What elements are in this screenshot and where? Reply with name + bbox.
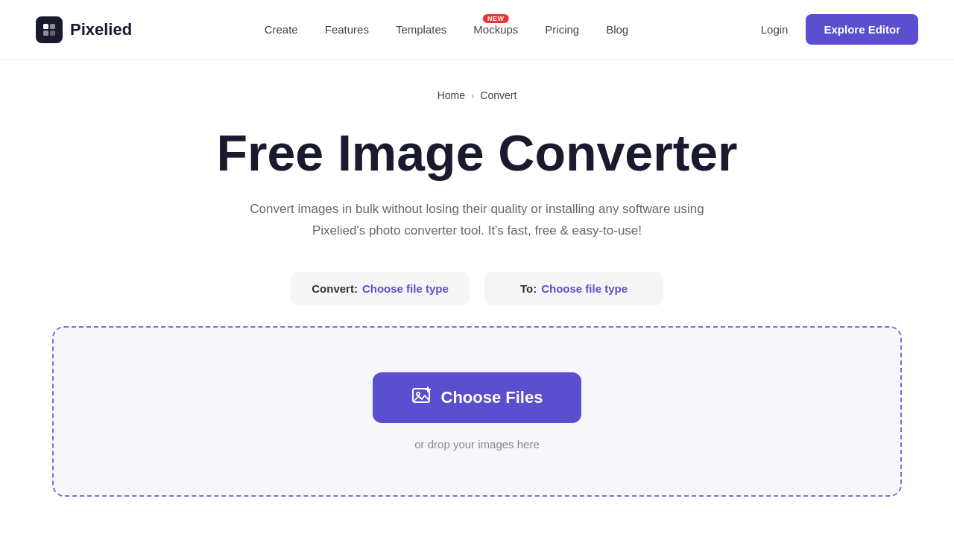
convert-from-label: Convert: [312, 282, 358, 295]
nav-item-templates[interactable]: Templates [396, 23, 446, 36]
nav-link-blog[interactable]: Blog [606, 23, 628, 36]
drop-hint: or drop your images here [414, 438, 540, 451]
nav-links: Create Features Templates NEW Mockups Pr… [265, 23, 629, 36]
svg-rect-1 [50, 24, 55, 29]
login-link[interactable]: Login [761, 23, 789, 36]
logo[interactable]: Pixelied [36, 16, 132, 43]
nav-link-features[interactable]: Features [325, 23, 369, 36]
drop-zone[interactable]: Choose Files or drop your images here [52, 326, 902, 497]
convert-to-value: Choose file type [541, 282, 628, 295]
convert-to-selector[interactable]: To: Choose file type [484, 272, 663, 305]
svg-rect-3 [50, 31, 55, 36]
nav-item-features[interactable]: Features [325, 23, 369, 36]
nav-item-mockups[interactable]: NEW Mockups [473, 23, 518, 36]
navbar: Pixelied Create Features Templates NEW M… [0, 0, 954, 60]
choose-files-button[interactable]: Choose Files [373, 372, 582, 423]
nav-link-create[interactable]: Create [265, 23, 298, 36]
nav-item-pricing[interactable]: Pricing [545, 23, 579, 36]
svg-rect-0 [43, 24, 48, 29]
breadcrumb-home[interactable]: Home [437, 89, 465, 101]
svg-rect-2 [43, 31, 48, 36]
convert-from-value: Choose file type [362, 282, 449, 295]
nav-item-create[interactable]: Create [265, 23, 298, 36]
hero-description: Convert images in bulk without losing th… [246, 199, 708, 242]
nav-item-blog[interactable]: Blog [606, 23, 628, 36]
logo-icon [36, 16, 63, 43]
logo-text: Pixelied [70, 20, 132, 39]
convert-to-label: To: [520, 282, 537, 295]
explore-editor-button[interactable]: Explore Editor [806, 14, 918, 45]
mockups-new-badge: NEW [483, 14, 509, 23]
breadcrumb: Home › Convert [437, 89, 517, 101]
breadcrumb-chevron-icon: › [471, 90, 474, 101]
choose-files-label: Choose Files [441, 388, 543, 407]
nav-right: Login Explore Editor [761, 14, 918, 45]
main-content: Home › Convert Free Image Converter Conv… [0, 60, 954, 541]
nav-link-templates[interactable]: Templates [396, 23, 446, 36]
nav-link-mockups[interactable]: Mockups [473, 23, 518, 36]
page-title: Free Image Converter [216, 125, 737, 181]
nav-link-pricing[interactable]: Pricing [545, 23, 579, 36]
file-type-row: Convert: Choose file type To: Choose fil… [291, 272, 663, 305]
add-image-icon [411, 386, 432, 410]
convert-from-selector[interactable]: Convert: Choose file type [291, 272, 470, 305]
svg-point-5 [417, 392, 420, 395]
breadcrumb-current: Convert [480, 89, 517, 101]
